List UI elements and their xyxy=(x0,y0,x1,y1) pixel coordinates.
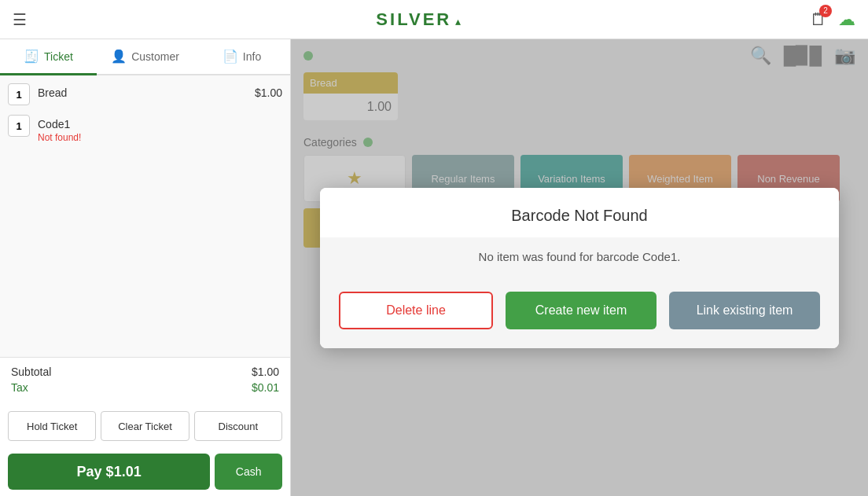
tax-value: $0.01 xyxy=(252,381,279,394)
tab-info[interactable]: 📄 Info xyxy=(193,39,290,75)
tab-ticket-label: Ticket xyxy=(44,50,73,63)
discount-button[interactable]: Discount xyxy=(194,411,282,441)
action-buttons: Hold Ticket Clear Ticket Discount xyxy=(0,405,290,447)
pay-label: Pay $1.01 xyxy=(77,464,142,479)
tax-row: Tax $0.01 xyxy=(11,381,279,394)
info-tab-icon: 📄 xyxy=(223,49,238,64)
tab-ticket[interactable]: 🧾 Ticket xyxy=(0,39,97,75)
link-existing-item-button[interactable]: Link existing item xyxy=(669,292,820,329)
top-bar-right: 🗒 2 ☁ xyxy=(810,9,855,30)
modal-overlay: Barcode Not Found No item was found for … xyxy=(291,39,868,496)
tab-customer[interactable]: 👤 Customer xyxy=(97,39,193,75)
cash-button[interactable]: Cash xyxy=(215,454,282,490)
item-price: $1.00 xyxy=(255,83,282,99)
subtotal-value: $1.00 xyxy=(252,366,279,378)
app-title: SILVER ▴ xyxy=(376,9,460,30)
top-bar: ☰ SILVER ▴ 🗒 2 ☁ xyxy=(0,0,868,39)
pay-button[interactable]: Pay $1.01 xyxy=(8,454,210,490)
ticket-items-list: 1 Bread $1.00 1 Code1 Not found! xyxy=(0,75,290,357)
table-row[interactable]: 1 Code1 Not found! xyxy=(8,115,282,143)
pay-section: Pay $1.01 Cash xyxy=(0,447,290,496)
top-bar-left: ☰ xyxy=(13,10,27,29)
totals-section: Subtotal $1.00 Tax $0.01 xyxy=(0,357,290,405)
tab-info-label: Info xyxy=(243,50,261,63)
modal-body: No item was found for barcode Code1. xyxy=(320,237,839,276)
tabs: 🧾 Ticket 👤 Customer 📄 Info xyxy=(0,39,290,75)
ticket-tab-icon: 🧾 xyxy=(24,49,39,64)
create-new-item-button[interactable]: Create new item xyxy=(506,292,657,329)
menu-icon[interactable]: ☰ xyxy=(13,10,27,29)
tax-label: Tax xyxy=(11,381,28,394)
clear-ticket-button[interactable]: Clear Ticket xyxy=(101,411,189,441)
barcode-not-found-modal: Barcode Not Found No item was found for … xyxy=(320,188,839,348)
tab-customer-label: Customer xyxy=(131,50,179,63)
cloud-icon[interactable]: ☁ xyxy=(838,9,855,30)
subtotal-row: Subtotal $1.00 xyxy=(11,366,279,378)
item-info: Code1 Not found! xyxy=(38,115,274,143)
left-panel: 🧾 Ticket 👤 Customer 📄 Info 1 Bread $1.00 xyxy=(0,39,291,496)
main-layout: 🧾 Ticket 👤 Customer 📄 Info 1 Bread $1.00 xyxy=(0,39,868,496)
item-error: Not found! xyxy=(38,132,274,143)
modal-title: Barcode Not Found xyxy=(320,188,839,237)
customer-tab-icon: 👤 xyxy=(111,49,127,64)
item-name: Bread xyxy=(38,83,247,99)
delete-line-button[interactable]: Delete line xyxy=(339,292,493,329)
item-name: Code1 xyxy=(38,115,274,130)
hold-ticket-button[interactable]: Hold Ticket xyxy=(8,411,96,441)
quantity-badge: 1 xyxy=(8,115,30,137)
subtotal-label: Subtotal xyxy=(11,366,51,378)
notification-badge: 2 xyxy=(819,5,832,17)
modal-actions: Delete line Create new item Link existin… xyxy=(320,276,839,348)
right-panel: 🔍 █▉█ 📷 Bread 1.00 Categories ★ xyxy=(291,39,868,496)
quantity-badge: 1 xyxy=(8,83,30,105)
table-row[interactable]: 1 Bread $1.00 xyxy=(8,83,282,105)
notifications-button[interactable]: 🗒 2 xyxy=(810,9,827,30)
